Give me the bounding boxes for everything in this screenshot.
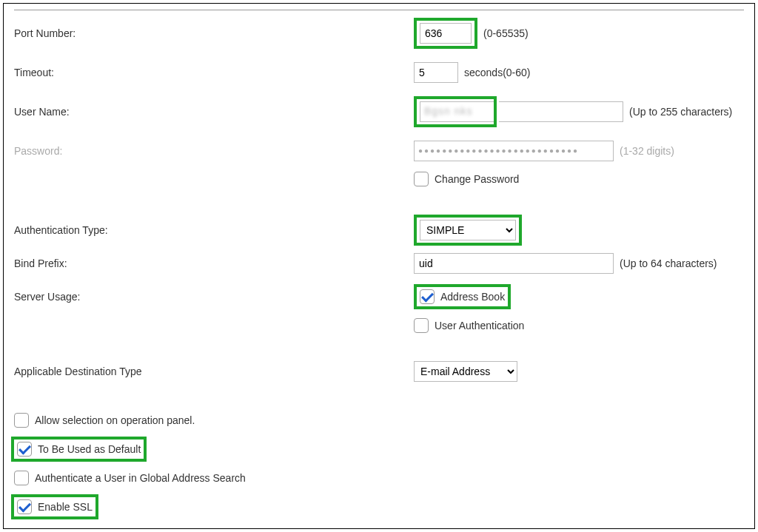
timeout-label: Timeout: — [14, 67, 414, 78]
address-book-label: Address Book — [440, 291, 505, 303]
dest-type-select[interactable]: E-mail Address — [414, 361, 517, 382]
bind-prefix-input[interactable] — [414, 253, 614, 274]
username-highlight: Bgsn nks — [414, 96, 497, 127]
user-auth-label: User Authentication — [435, 320, 524, 331]
address-book-highlight: Address Book — [414, 284, 511, 309]
auth-type-label: Authentication Type: — [14, 224, 414, 236]
default-highlight: To Be Used as Default — [11, 437, 147, 462]
port-label: Port Number: — [14, 27, 414, 39]
username-input-ext[interactable] — [499, 101, 623, 122]
default-checkbox[interactable] — [17, 442, 32, 457]
allow-panel-checkbox[interactable] — [14, 413, 29, 428]
change-password-checkbox[interactable] — [414, 172, 429, 186]
enable-ssl-label: Enable SSL — [38, 501, 93, 513]
port-highlight — [414, 18, 477, 49]
allow-panel-label: Allow selection on operation panel. — [35, 414, 195, 426]
bind-prefix-hint: (Up to 64 characters) — [620, 257, 717, 269]
address-book-checkbox[interactable] — [420, 289, 435, 304]
timeout-hint: seconds(0-60) — [464, 67, 531, 78]
port-hint: (0-65535) — [483, 27, 529, 39]
password-label: Password: — [14, 145, 414, 157]
bind-prefix-label: Bind Prefix: — [14, 257, 414, 269]
auth-global-checkbox[interactable] — [14, 471, 29, 485]
default-label: To Be Used as Default — [38, 443, 141, 455]
auth-global-label: Authenticate a User in Global Address Se… — [35, 472, 246, 484]
top-divider — [14, 10, 744, 10]
username-hint: (Up to 255 characters) — [629, 106, 732, 118]
timeout-input[interactable] — [414, 62, 458, 83]
user-auth-checkbox[interactable] — [414, 318, 429, 333]
password-input — [414, 141, 614, 161]
auth-type-highlight: SIMPLE — [414, 215, 522, 246]
username-input[interactable] — [420, 101, 494, 122]
port-input[interactable] — [420, 23, 472, 44]
dest-type-label: Applicable Destination Type — [14, 366, 414, 377]
change-password-label: Change Password — [435, 173, 519, 185]
enable-ssl-highlight: Enable SSL — [11, 494, 98, 519]
password-hint: (1-32 digits) — [620, 145, 674, 157]
enable-ssl-checkbox[interactable] — [17, 499, 32, 514]
username-label: User Name: — [14, 106, 414, 118]
server-usage-label: Server Usage: — [14, 291, 414, 303]
auth-type-select[interactable]: SIMPLE — [420, 220, 516, 240]
